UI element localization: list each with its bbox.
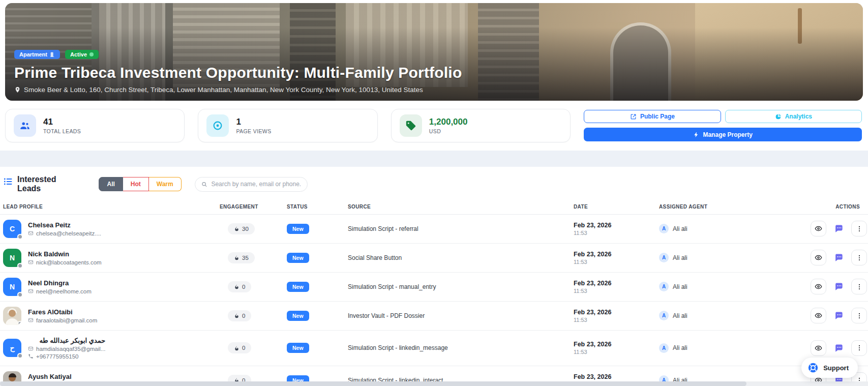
eye-icon — [815, 344, 822, 352]
chat-button[interactable] — [831, 279, 847, 294]
location-pin-icon — [14, 86, 21, 93]
table-row[interactable]: N Nick Baldwin nick@labcoatagents.com — [0, 244, 868, 273]
envelope-icon — [28, 317, 34, 323]
column-header-engagement: ENGAGEMENT — [220, 204, 287, 210]
status-badge-new: New — [287, 311, 309, 321]
more-options-button[interactable] — [851, 340, 867, 356]
property-type-badge: Apartment — [14, 50, 60, 59]
page-title: Prime Tribeca Investment Opportunity: Mu… — [14, 64, 462, 81]
view-lead-button[interactable] — [811, 308, 826, 323]
public-page-button[interactable]: Public Page — [584, 110, 721, 123]
users-icon — [14, 114, 36, 137]
phone-icon — [28, 353, 34, 359]
eye-icon — [815, 225, 822, 232]
stat-card-page-views: 1 PAGE VIEWS — [198, 109, 377, 142]
more-options-button[interactable] — [851, 279, 867, 294]
flame-icon — [234, 226, 240, 231]
lead-avatar — [3, 307, 21, 325]
more-options-button[interactable] — [851, 308, 867, 323]
ellipsis-vertical-icon — [856, 312, 863, 319]
filter-hot[interactable]: Hot — [123, 177, 149, 191]
ellipsis-vertical-icon — [856, 283, 863, 290]
lead-date: Feb 23, 2026 — [574, 251, 659, 258]
agent-name: Ali ali — [673, 225, 687, 232]
pie-chart-icon — [775, 113, 782, 120]
total-leads-label: TOTAL LEADS — [43, 128, 81, 134]
more-options-button[interactable] — [851, 250, 867, 265]
table-row[interactable]: N Neel Dhingra neel@neelhome.com — [0, 273, 868, 302]
tag-icon — [400, 114, 422, 137]
price-value: 1,200,000 — [429, 117, 468, 127]
envelope-icon — [28, 259, 34, 265]
scrollbar-thumb[interactable] — [0, 381, 746, 386]
engagement-score: 30 — [228, 223, 255, 234]
support-label: Support — [823, 364, 849, 372]
filter-all[interactable]: All — [99, 177, 123, 191]
total-leads-value: 41 — [43, 117, 81, 127]
column-header-date: DATE — [574, 204, 659, 210]
eye-icon — [815, 312, 822, 319]
lead-source: Simulation Script - manual_entry — [348, 283, 574, 290]
lead-source: Simulation Script - linkedin_message — [348, 344, 574, 351]
lead-avatar: N — [3, 278, 21, 296]
lead-date: Feb 23, 2026 — [574, 280, 659, 287]
engagement-score: 0 — [228, 342, 251, 353]
section-divider — [0, 151, 868, 167]
flame-icon — [234, 255, 240, 260]
lead-date: Feb 23, 2026 — [574, 341, 659, 348]
table-row[interactable]: C Chelsea Peitz chelsea@chelseapeitz.... — [0, 215, 868, 244]
more-options-button[interactable] — [851, 221, 867, 236]
eye-icon — [815, 283, 822, 290]
lead-date: Feb 23, 2026 — [574, 309, 659, 316]
property-dashboard-page: Apartment Active Prime Tribeca Investmen… — [0, 0, 868, 386]
chat-button[interactable] — [831, 340, 847, 356]
lead-source: Investor Vault - PDF Dossier — [348, 312, 574, 319]
lead-email: chelsea@chelseapeitz.... — [36, 230, 101, 236]
property-address: Smoke Beer & Lotto, 160, Church Street, … — [24, 86, 423, 94]
column-header-actions: ACTIONS — [835, 204, 860, 210]
page-views-value: 1 — [236, 117, 271, 127]
horizontal-scrollbar[interactable] — [0, 381, 868, 386]
table-row[interactable]: Fares AlOtaibi faraalotaibi@gmail.com 0 — [0, 302, 868, 331]
agent-avatar: A — [659, 253, 669, 262]
envelope-icon — [28, 346, 34, 351]
leads-table-body: C Chelsea Peitz chelsea@chelseapeitz.... — [0, 215, 868, 386]
view-lead-button[interactable] — [811, 250, 826, 265]
column-header-assigned-agent: ASSIGNED AGENT — [659, 204, 811, 210]
lead-name: Ayush Katiyal — [28, 373, 72, 380]
view-lead-button[interactable] — [811, 340, 826, 356]
chat-button[interactable] — [831, 308, 847, 323]
column-header-source: SOURCE — [348, 204, 574, 210]
stat-card-total-leads: 41 TOTAL LEADS — [5, 109, 185, 142]
lead-filter-group: All Hot Warm — [99, 177, 181, 191]
support-button[interactable]: Support — [801, 358, 858, 378]
lead-email: hamdialsaqqaf35@gmail... — [36, 346, 105, 352]
external-link-icon — [630, 113, 637, 120]
lead-time: 11:53 — [574, 317, 659, 323]
envelope-icon — [28, 288, 34, 294]
view-lead-button[interactable] — [811, 279, 826, 294]
ellipsis-vertical-icon — [856, 225, 863, 232]
status-badge-new: New — [287, 282, 309, 292]
lead-name: Fares AlOtaibi — [28, 308, 97, 316]
search-icon — [201, 181, 207, 188]
search-input[interactable] — [211, 181, 301, 188]
filter-warm[interactable]: Warm — [149, 177, 182, 191]
chat-bubble-icon — [834, 253, 844, 262]
agent-avatar: A — [659, 311, 669, 320]
engagement-score: 0 — [228, 281, 251, 292]
lead-avatar: N — [3, 249, 21, 267]
envelope-icon — [28, 230, 34, 236]
chat-button[interactable] — [831, 221, 847, 236]
agent-name: Ali ali — [673, 254, 687, 261]
chat-button[interactable] — [831, 250, 847, 265]
agent-avatar: A — [659, 282, 669, 291]
presence-dot — [17, 234, 23, 240]
manage-property-button[interactable]: Manage Property — [584, 128, 862, 141]
lead-time: 11:53 — [574, 230, 659, 236]
table-row[interactable]: ح حمدي ابوبكر عبدالله طه hamdialsaqqaf35… — [0, 331, 868, 366]
lead-source: Social Share Button — [348, 254, 574, 261]
analytics-button[interactable]: Analytics — [725, 110, 862, 123]
lead-avatar: ح — [3, 339, 21, 357]
view-lead-button[interactable] — [811, 221, 826, 236]
